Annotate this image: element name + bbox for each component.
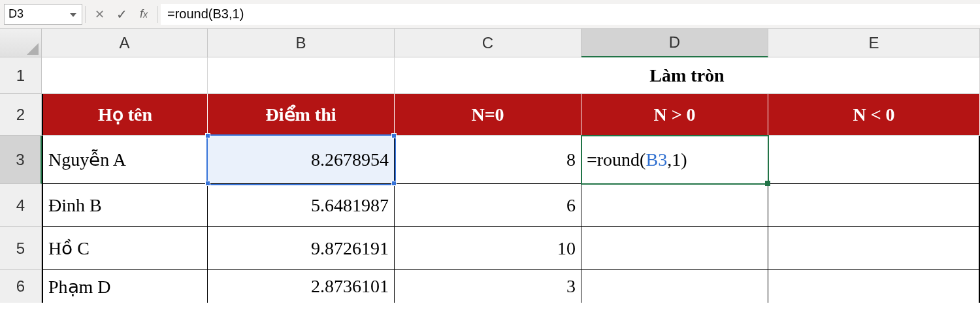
fx-icon[interactable]: fx xyxy=(133,4,155,25)
cell-merged-title[interactable]: Làm tròn xyxy=(395,57,980,94)
formula-ref: B3 xyxy=(645,149,667,170)
col-header-D[interactable]: D xyxy=(581,29,768,57)
ref-handle[interactable] xyxy=(205,181,210,186)
row-1: 1 Làm tròn xyxy=(0,57,980,94)
cell-C3[interactable]: 8 xyxy=(395,136,581,184)
cell-D4[interactable] xyxy=(581,184,768,227)
row-5: 5 Hồ C 9.8726191 10 xyxy=(0,227,980,270)
cell-E2[interactable]: N < 0 xyxy=(768,94,980,136)
cell-B2[interactable]: Điểm thi xyxy=(208,94,395,136)
cell-E6[interactable] xyxy=(768,270,980,303)
name-box-value: D3 xyxy=(8,7,24,21)
row-header-1[interactable]: 1 xyxy=(0,57,42,94)
col-header-A[interactable]: A xyxy=(42,29,208,57)
cell-E5[interactable] xyxy=(768,227,980,270)
formula-prefix: =round( xyxy=(587,149,645,170)
fill-handle[interactable] xyxy=(765,181,770,186)
cell-D3[interactable]: =round(B3,1) xyxy=(581,136,768,184)
cell-B3-value: 8.2678954 xyxy=(311,149,389,170)
divider xyxy=(157,6,158,23)
row-header-4[interactable]: 4 xyxy=(0,184,42,227)
cell-C5[interactable]: 10 xyxy=(395,227,581,270)
ref-handle[interactable] xyxy=(205,133,210,138)
col-header-C[interactable]: C xyxy=(395,29,581,57)
row-2: 2 Họ tên Điểm thi N=0 N > 0 N < 0 xyxy=(0,94,980,136)
cell-B5[interactable]: 9.8726191 xyxy=(208,227,395,270)
formula-suffix: ,1) xyxy=(667,149,687,170)
cell-D6[interactable] xyxy=(581,270,768,303)
cell-A3[interactable]: Nguyễn A xyxy=(42,136,208,184)
cell-A6[interactable]: Phạm D xyxy=(42,270,208,303)
cell-B1[interactable] xyxy=(208,57,395,94)
cell-D5[interactable] xyxy=(581,227,768,270)
cell-C6[interactable]: 3 xyxy=(395,270,581,303)
cell-A5[interactable]: Hồ C xyxy=(42,227,208,270)
cell-E3[interactable] xyxy=(768,136,980,184)
confirm-icon[interactable]: ✓ xyxy=(110,4,133,25)
row-header-5[interactable]: 5 xyxy=(0,227,42,270)
cell-B3[interactable]: 8.2678954 xyxy=(208,136,395,184)
cell-B6[interactable]: 2.8736101 xyxy=(208,270,395,303)
name-box[interactable]: D3 xyxy=(4,4,82,25)
cell-B4[interactable]: 5.6481987 xyxy=(208,184,395,227)
cell-A1[interactable] xyxy=(42,57,208,94)
divider xyxy=(85,6,86,23)
cell-C2[interactable]: N=0 xyxy=(395,94,581,136)
formula-bar: D3 ✕ ✓ fx =round(B3,1) xyxy=(0,0,980,29)
col-header-E[interactable]: E xyxy=(768,29,980,57)
worksheet: A B C D E 1 Làm tròn 2 Họ tên Điểm thi N… xyxy=(0,29,980,336)
formula-input[interactable]: =round(B3,1) xyxy=(161,4,980,25)
ref-handle[interactable] xyxy=(391,181,397,186)
cell-A4[interactable]: Đinh B xyxy=(42,184,208,227)
formula-text: =round(B3,1) xyxy=(167,7,244,22)
cell-A2[interactable]: Họ tên xyxy=(42,94,208,136)
cell-C4[interactable]: 6 xyxy=(395,184,581,227)
cell-E4[interactable] xyxy=(768,184,980,227)
select-all-triangle[interactable] xyxy=(0,29,42,57)
row-6: 6 Phạm D 2.8736101 3 xyxy=(0,270,980,303)
ref-handle[interactable] xyxy=(391,133,397,138)
row-header-2[interactable]: 2 xyxy=(0,94,42,136)
col-header-B[interactable]: B xyxy=(208,29,395,57)
row-header-6[interactable]: 6 xyxy=(0,270,42,303)
cancel-icon[interactable]: ✕ xyxy=(88,4,110,25)
row-header-3[interactable]: 3 xyxy=(0,136,42,184)
row-4: 4 Đinh B 5.6481987 6 xyxy=(0,184,980,227)
cell-D2[interactable]: N > 0 xyxy=(581,94,768,136)
row-3: 3 Nguyễn A 8.2678954 8 =round(B3,1) xyxy=(0,136,980,184)
column-header-row: A B C D E xyxy=(0,29,980,57)
